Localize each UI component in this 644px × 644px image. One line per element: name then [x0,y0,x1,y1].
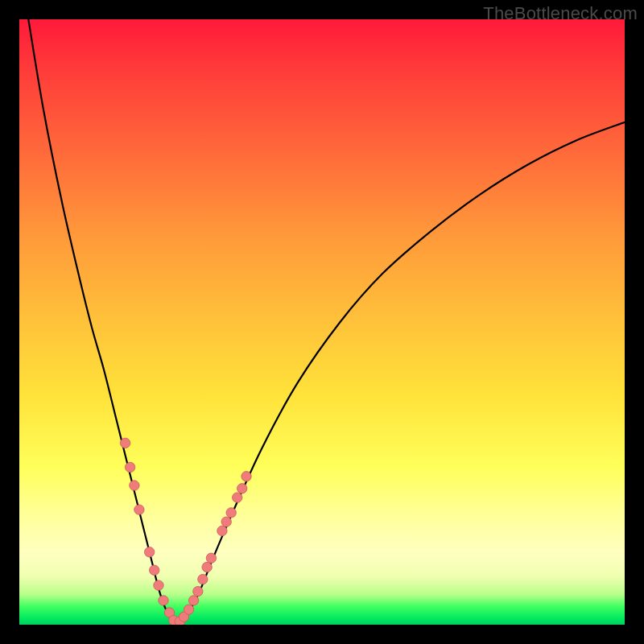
watermark-text: TheBottleneck.com [483,3,638,24]
gradient-plot-area [19,19,625,625]
